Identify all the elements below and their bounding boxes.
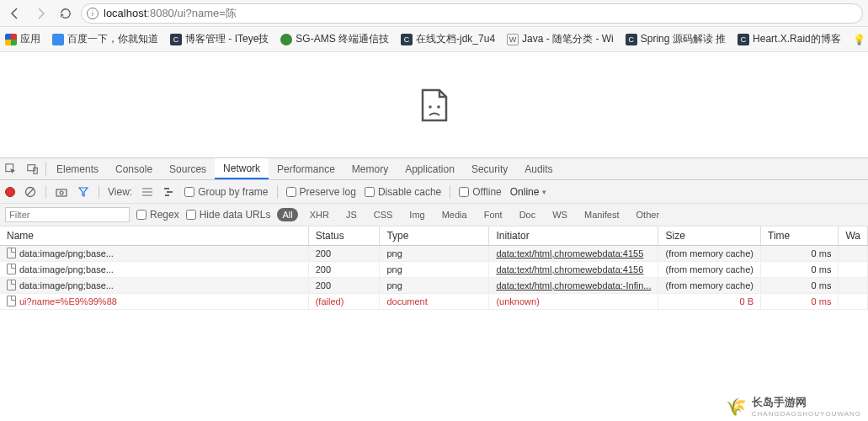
tab-audits[interactable]: Audits <box>516 158 561 179</box>
filter-type-media[interactable]: Media <box>437 208 472 221</box>
filter-input[interactable] <box>5 207 130 222</box>
col-type[interactable]: Type <box>380 226 489 245</box>
status-cell: 200 <box>308 245 380 261</box>
waterfall-cell <box>839 261 868 277</box>
col-name[interactable]: Name <box>0 226 308 245</box>
view-label: View: <box>108 186 132 198</box>
type-cell: png <box>380 245 489 261</box>
bookmark-item[interactable]: 百度一下，你就知道 <box>52 32 158 46</box>
favicon-icon: C <box>738 34 749 45</box>
separator <box>45 162 46 176</box>
browser-nav-bar: i localhost:8080/ui?name=陈 <box>0 0 868 27</box>
filter-type-ws[interactable]: WS <box>547 208 572 221</box>
waterfall-cell <box>839 277 868 293</box>
tab-application[interactable]: Application <box>397 158 463 179</box>
bookmark-label: 博客管理 - ITeye技 <box>185 32 269 46</box>
page-content <box>0 52 868 157</box>
devtools-header: Elements Console Sources Network Perform… <box>0 157 868 180</box>
capture-screenshot-icon[interactable] <box>55 185 68 199</box>
svg-point-1 <box>437 105 440 109</box>
status-cell: 200 <box>308 277 380 293</box>
regex-label: Regex <box>150 209 179 221</box>
bookmark-item[interactable]: C在线文档-jdk_7u4 <box>401 32 495 46</box>
col-waterfall[interactable]: Wa <box>839 226 868 245</box>
group-by-frame-label: Group by frame <box>198 186 268 198</box>
filter-icon[interactable] <box>77 185 90 199</box>
filter-type-doc[interactable]: Doc <box>514 208 541 221</box>
bookmark-label: Heart.X.Raid的博客 <box>753 32 841 46</box>
site-watermark: 🌾 长岛手游网 CHANGDAOSHOUYOUWANG <box>726 395 861 418</box>
table-row[interactable]: ui?name=%E9%99%88(failed)document(unknow… <box>0 293 868 309</box>
record-button[interactable] <box>5 187 15 197</box>
url-port: :8080 <box>146 7 174 19</box>
tab-performance[interactable]: Performance <box>269 158 343 179</box>
wheat-icon: 🌾 <box>726 397 747 417</box>
size-cell: (from memory cache) <box>658 261 761 277</box>
tab-console[interactable]: Console <box>107 158 161 179</box>
size-cell: (from memory cache) <box>658 277 761 293</box>
filter-type-other[interactable]: Other <box>631 208 665 221</box>
filter-type-all[interactable]: All <box>277 208 297 221</box>
svg-point-8 <box>60 191 63 195</box>
col-status[interactable]: Status <box>308 226 380 245</box>
separator <box>450 185 450 199</box>
tab-elements[interactable]: Elements <box>48 158 107 179</box>
col-size[interactable]: Size <box>658 226 761 245</box>
favicon-icon: C <box>401 34 413 45</box>
svg-rect-14 <box>165 195 169 196</box>
regex-checkbox[interactable]: Regex <box>136 209 179 221</box>
initiator-link[interactable]: data:text/html,chromewebdata:4156 <box>496 264 643 274</box>
svg-rect-12 <box>164 188 169 189</box>
offline-checkbox[interactable]: Offline <box>459 186 501 198</box>
type-cell: png <box>380 261 489 277</box>
tab-network[interactable]: Network <box>215 158 269 179</box>
apps-label: 应用 <box>20 32 40 46</box>
tab-security[interactable]: Security <box>463 158 516 179</box>
bookmark-item[interactable]: CHeart.X.Raid的博客 <box>738 32 841 46</box>
filter-type-css[interactable]: CSS <box>369 208 398 221</box>
col-initiator[interactable]: Initiator <box>489 226 658 245</box>
initiator-link[interactable]: data:text/html,chromewebdata:-Infin... <box>496 280 651 290</box>
bookmark-item[interactable]: WJava - 随笔分类 - Wi <box>507 32 614 46</box>
status-cell: (failed) <box>308 293 380 309</box>
site-info-icon[interactable]: i <box>87 8 99 19</box>
bookmark-item[interactable]: CSpring 源码解读 推 <box>626 32 726 46</box>
back-button[interactable] <box>5 3 25 24</box>
clear-button[interactable] <box>24 185 37 199</box>
bookmark-item[interactable]: 💡Java Plat <box>853 34 868 45</box>
filter-type-font[interactable]: Font <box>479 208 508 221</box>
size-cell: 0 B <box>658 293 761 309</box>
bookmark-item[interactable]: SG-AMS 终端通信技 <box>280 32 389 46</box>
table-row[interactable]: data:image/png;base...200pngdata:text/ht… <box>0 261 868 277</box>
table-row[interactable]: data:image/png;base...200pngdata:text/ht… <box>0 245 868 261</box>
forward-button[interactable] <box>30 3 51 24</box>
inspect-element-icon[interactable] <box>0 158 22 179</box>
hide-data-urls-checkbox[interactable]: Hide data URLs <box>186 209 271 221</box>
device-toolbar-icon[interactable] <box>22 158 44 179</box>
tab-memory[interactable]: Memory <box>343 158 397 179</box>
offline-label: Offline <box>472 186 501 198</box>
url-host: localhost <box>104 7 146 19</box>
apps-button[interactable]: 应用 <box>5 32 40 46</box>
large-rows-icon[interactable] <box>141 185 154 199</box>
reload-button[interactable] <box>56 3 76 24</box>
waterfall-cell <box>839 293 868 309</box>
group-by-frame-checkbox[interactable]: Group by frame <box>184 186 268 198</box>
address-bar[interactable]: i localhost:8080/ui?name=陈 <box>81 3 863 24</box>
table-row[interactable]: data:image/png;base...200pngdata:text/ht… <box>0 277 868 293</box>
filter-type-img[interactable]: Img <box>404 208 429 221</box>
filter-type-manifest[interactable]: Manifest <box>579 208 625 221</box>
bookmark-item[interactable]: C博客管理 - ITeye技 <box>170 32 269 46</box>
preserve-log-checkbox[interactable]: Preserve log <box>286 186 356 198</box>
tab-sources[interactable]: Sources <box>161 158 215 179</box>
waterfall-view-icon[interactable] <box>162 185 176 199</box>
disable-cache-checkbox[interactable]: Disable cache <box>365 186 441 198</box>
filter-type-js[interactable]: JS <box>341 208 362 221</box>
type-cell: png <box>380 277 489 293</box>
network-toolbar: View: Group by frame Preserve log Disabl… <box>0 180 868 204</box>
col-time[interactable]: Time <box>761 226 839 245</box>
svg-rect-7 <box>56 189 67 196</box>
initiator-link[interactable]: data:text/html,chromewebdata:4155 <box>496 248 643 258</box>
filter-type-xhr[interactable]: XHR <box>305 208 334 221</box>
throttling-select[interactable]: Online <box>510 186 547 198</box>
